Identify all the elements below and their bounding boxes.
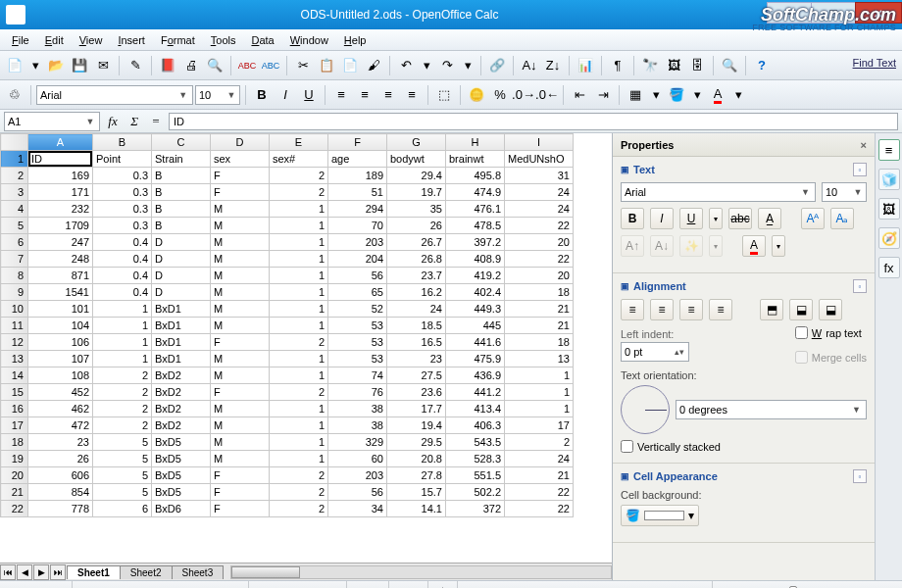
col-header[interactable]: A: [28, 134, 93, 151]
cell[interactable]: 38: [328, 401, 387, 417]
cell[interactable]: 502.2: [446, 484, 505, 501]
cell[interactable]: 20: [505, 268, 574, 284]
vert-stacked-check[interactable]: Vertically stacked: [621, 440, 867, 453]
cell[interactable]: 53: [328, 351, 387, 368]
cell[interactable]: M: [211, 301, 270, 318]
format-paint-icon[interactable]: 🖌: [363, 55, 384, 76]
cell[interactable]: 60: [328, 451, 387, 467]
cell[interactable]: 52: [328, 301, 387, 318]
cell[interactable]: 0.4: [93, 234, 152, 251]
sheet-tab-2[interactable]: Sheet2: [120, 565, 173, 579]
halign-right-icon[interactable]: ≡: [679, 299, 703, 320]
cell[interactable]: 27.5: [387, 368, 446, 384]
add-decimal-icon[interactable]: .0→: [513, 84, 534, 106]
cell[interactable]: M: [211, 434, 270, 451]
cell[interactable]: 5: [93, 467, 152, 484]
text-more-icon[interactable]: ▫: [853, 163, 867, 176]
prop-decfont-icon[interactable]: A↓: [650, 235, 674, 257]
currency-icon[interactable]: 🪙: [466, 84, 487, 106]
edit-icon[interactable]: ✎: [125, 55, 146, 76]
cell[interactable]: D: [152, 268, 211, 284]
cell[interactable]: 232: [28, 201, 93, 218]
close-button[interactable]: ×: [855, 2, 902, 24]
prop-fontcolor-icon[interactable]: A: [742, 235, 766, 257]
cell[interactable]: 2: [93, 384, 152, 401]
cell[interactable]: BxD5: [152, 484, 211, 501]
cell[interactable]: sex#: [270, 151, 328, 168]
cell[interactable]: 1709: [28, 218, 93, 234]
row-header[interactable]: 15: [1, 384, 28, 401]
align-left-icon[interactable]: ≡: [330, 84, 352, 106]
cell[interactable]: 2: [505, 434, 574, 451]
col-header[interactable]: E: [270, 134, 328, 151]
cell[interactable]: 478.5: [446, 218, 505, 234]
row-header[interactable]: 16: [1, 401, 28, 417]
cell[interactable]: 372: [446, 501, 505, 517]
cell[interactable]: 1: [270, 451, 328, 467]
dec-indent-icon[interactable]: ⇤: [569, 84, 590, 106]
cell[interactable]: 189: [328, 168, 387, 184]
align-justify-icon[interactable]: ≡: [401, 84, 423, 106]
row-header[interactable]: 9: [1, 284, 28, 301]
prev-sheet-icon[interactable]: ◀: [17, 564, 32, 580]
first-sheet-icon[interactable]: ⏮: [0, 564, 16, 580]
cell[interactable]: 6: [93, 501, 152, 517]
section-cellapp[interactable]: Cell Appearance: [633, 470, 718, 482]
cell[interactable]: 452: [28, 384, 93, 401]
cell[interactable]: 74: [328, 368, 387, 384]
cell[interactable]: 22: [505, 251, 574, 268]
col-header[interactable]: G: [387, 134, 446, 151]
cell[interactable]: 1: [270, 218, 328, 234]
undo-icon[interactable]: ↶: [395, 55, 417, 76]
prop-incfont-icon[interactable]: A↑: [621, 235, 644, 257]
col-header[interactable]: I: [505, 134, 574, 151]
cell[interactable]: 2: [270, 484, 328, 501]
cell[interactable]: 34: [328, 501, 387, 517]
cell[interactable]: B: [152, 201, 211, 218]
cell[interactable]: D: [152, 284, 211, 301]
menu-tools[interactable]: Tools: [203, 32, 244, 48]
cell[interactable]: 65: [328, 284, 387, 301]
prop-size-input[interactable]: [826, 186, 853, 198]
cell[interactable]: 294: [328, 201, 387, 218]
cell[interactable]: 22: [505, 218, 574, 234]
cell[interactable]: 24: [505, 184, 574, 201]
cell[interactable]: 108: [28, 368, 93, 384]
cell[interactable]: 1: [505, 368, 574, 384]
sum-icon[interactable]: Σ: [125, 114, 143, 129]
cell[interactable]: B: [152, 218, 211, 234]
cell[interactable]: 17: [505, 417, 574, 434]
prop-strike-icon[interactable]: abc: [728, 208, 752, 229]
cell[interactable]: 24: [505, 451, 574, 467]
gallery-icon[interactable]: 🖼: [663, 55, 684, 76]
cell[interactable]: BxD5: [152, 434, 211, 451]
cell[interactable]: 16.5: [387, 334, 446, 351]
cell[interactable]: 56: [328, 268, 387, 284]
cell[interactable]: 778: [28, 501, 93, 517]
cell[interactable]: 441.2: [446, 384, 505, 401]
cell[interactable]: 31: [505, 168, 574, 184]
cell[interactable]: 1: [270, 351, 328, 368]
align-more-icon[interactable]: ▫: [853, 279, 867, 293]
link-icon[interactable]: 🔗: [486, 55, 508, 76]
redo-icon[interactable]: ↷: [436, 55, 458, 76]
cell[interactable]: M: [211, 218, 270, 234]
borders-dd[interactable]: ▾: [648, 84, 664, 106]
equals-icon[interactable]: =: [147, 114, 165, 129]
orient-degrees-combo[interactable]: ▼: [676, 400, 867, 419]
valign-mid-icon[interactable]: ⬓: [789, 299, 813, 320]
row-header[interactable]: 19: [1, 451, 28, 467]
cell[interactable]: D: [152, 234, 211, 251]
cell[interactable]: 528.3: [446, 451, 505, 467]
cell[interactable]: 0.3: [93, 218, 152, 234]
sort-asc-icon[interactable]: A↓: [519, 55, 540, 76]
cell[interactable]: M: [211, 401, 270, 417]
new-dropdown-icon[interactable]: ▾: [27, 55, 43, 76]
menu-data[interactable]: Data: [243, 32, 281, 48]
borders-icon[interactable]: ▦: [625, 84, 646, 106]
underline-icon[interactable]: U: [298, 84, 320, 106]
sidebar-styles-icon[interactable]: 🧊: [878, 169, 900, 190]
preview-icon[interactable]: 🔍: [204, 55, 226, 76]
cell[interactable]: 475.9: [446, 351, 505, 368]
prop-underline-icon[interactable]: U: [679, 208, 703, 229]
